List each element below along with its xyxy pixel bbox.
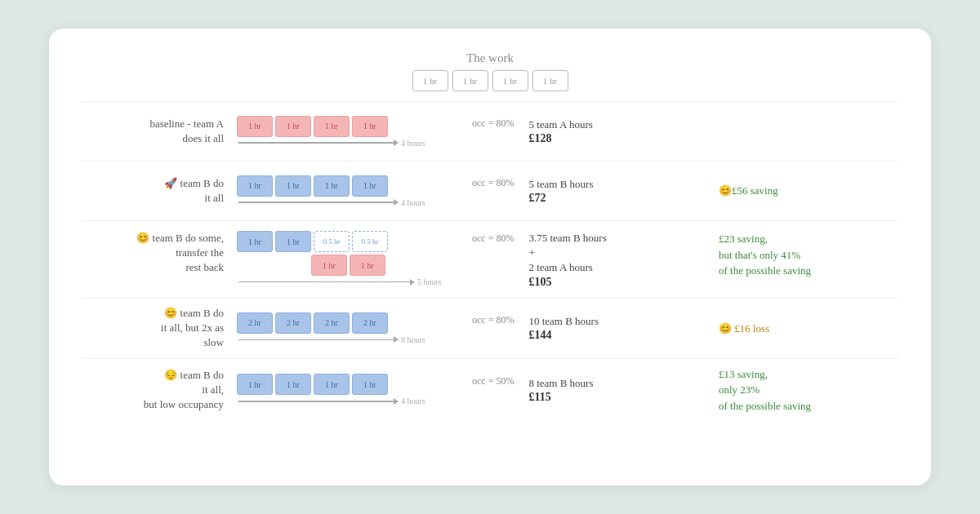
arrow-baseline: 4 hours bbox=[238, 139, 425, 148]
arrow-line-baseline bbox=[238, 142, 394, 144]
blocks-teamb-some-row1: 1 hr 1 hr 0.5 hr 0.5 hr bbox=[237, 231, 388, 252]
blocks-teamb-2x: 2 hr 2 hr 2 hr 2 hr bbox=[237, 312, 388, 334]
occ-teamb-lowocc: occ = 50% bbox=[472, 374, 514, 388]
block-blue-2hr-4: 2 hr bbox=[352, 312, 388, 334]
occ-baseline: occ = 80% bbox=[472, 116, 514, 130]
result-baseline: 5 team A hours £128 bbox=[514, 117, 710, 145]
block-red-4: 1 hr bbox=[352, 116, 388, 137]
occ-teamb-all: occ = 80% bbox=[472, 175, 514, 189]
scenario-row-teamb-all: 🚀 team B do it all 1 hr 1 hr 1 hr 1 hr 4… bbox=[82, 163, 898, 219]
work-blocks-row: 1 hr 1 hr 1 hr 1 hr bbox=[412, 70, 568, 91]
work-block-2: 1 hr bbox=[452, 70, 488, 91]
arrow-teamb-some: 5 hours bbox=[238, 277, 442, 286]
result-cost-baseline: £128 bbox=[528, 132, 710, 145]
arrow-label-teamb-all: 4 hours bbox=[401, 198, 425, 207]
scenario-label-teamb-lowocc: 😔 team B do it all, but low occupancy bbox=[82, 368, 237, 413]
block-blue-1: 1 hr bbox=[237, 175, 273, 197]
block-blue-lowocc-3: 1 hr bbox=[314, 374, 350, 395]
result-teamb-lowocc: 8 team B hours £115 bbox=[514, 376, 710, 404]
diagram-area-teamb-all: 1 hr 1 hr 1 hr 1 hr 4 hours bbox=[237, 175, 466, 207]
block-blue-2hr-3: 2 hr bbox=[314, 312, 350, 334]
block-blue-some-2: 1 hr bbox=[275, 231, 311, 252]
result-teamb-some: 3.75 team B hours + 2 team A hours £105 bbox=[514, 231, 710, 289]
arrow-line-teamb-lowocc bbox=[238, 401, 394, 402]
arrow-head-teamb-some bbox=[410, 279, 415, 286]
arrow-head-teamb-lowocc bbox=[394, 398, 399, 405]
divider-1 bbox=[82, 161, 898, 162]
scenario-label-teamb-all: 🚀 team B do it all bbox=[82, 176, 237, 206]
block-blue-2hr-1: 2 hr bbox=[237, 312, 273, 334]
result-hours-teamb-2x: 10 team B hours bbox=[528, 314, 710, 329]
block-blue-lowocc-1: 1 hr bbox=[237, 374, 273, 395]
arrow-head-baseline bbox=[394, 140, 399, 146]
loss-text-teamb-2x: 😊 £16 loss bbox=[719, 321, 769, 337]
block-red-some-1: 1 hr bbox=[311, 255, 347, 276]
saving-teamb-some: £23 saving, but that's only 41% of the p… bbox=[710, 231, 898, 279]
blocks-teamb-all: 1 hr 1 hr 1 hr 1 hr bbox=[237, 175, 388, 197]
scenario-row-baseline: baseline - team A does it all 1 hr 1 hr … bbox=[82, 104, 898, 159]
diagram-teamb-2x: 2 hr 2 hr 2 hr 2 hr 8 hours occ = 80% bbox=[237, 312, 514, 344]
block-blue-lowocc-2: 1 hr bbox=[275, 374, 311, 395]
saving-text-teamb-all: 😊£56 saving bbox=[719, 183, 778, 199]
work-block-3: 1 hr bbox=[492, 70, 528, 91]
main-card: The work 1 hr 1 hr 1 hr 1 hr baseline - … bbox=[49, 29, 931, 485]
block-red-2: 1 hr bbox=[275, 116, 311, 137]
scenario-label-teamb-some: 😊 team B do some, transfer the rest back bbox=[82, 231, 237, 276]
work-block-4: 1 hr bbox=[532, 70, 568, 91]
block-blue-3: 1 hr bbox=[314, 175, 350, 197]
the-work-label: The work bbox=[466, 51, 514, 65]
result-hours-baseline: 5 team A hours bbox=[528, 117, 710, 132]
result-teamb-all: 5 team B hours £72 bbox=[514, 177, 710, 205]
result-hours-teamb-lowocc: 8 team B hours bbox=[528, 376, 710, 391]
block-blue-lowocc-4: 1 hr bbox=[352, 374, 388, 395]
diagram-area-teamb-2x: 2 hr 2 hr 2 hr 2 hr 8 hours bbox=[237, 312, 466, 344]
scenario-row-teamb-lowocc: 😔 team B do it all, but low occupancy 1 … bbox=[82, 361, 898, 420]
block-red-3: 1 hr bbox=[314, 116, 350, 137]
arrow-teamb-2x: 8 hours bbox=[238, 335, 425, 344]
result-cost-teamb-some: £105 bbox=[528, 276, 710, 289]
arrow-head-teamb-all bbox=[394, 199, 399, 206]
scenario-row-teamb-2x: 😊 team B do it all, but 2x as slow 2 hr … bbox=[82, 300, 898, 357]
scenario-label-teamb-2x: 😊 team B do it all, but 2x as slow bbox=[82, 306, 237, 351]
block-red-1: 1 hr bbox=[237, 116, 273, 137]
result-teamb-2x: 10 team B hours £144 bbox=[514, 314, 710, 342]
arrow-line-teamb-all bbox=[238, 202, 394, 203]
result-hours-teamb-all: 5 team B hours bbox=[528, 177, 710, 192]
arrow-label-teamb-lowocc: 4 hours bbox=[401, 397, 425, 405]
saving-text-teamb-some: £23 saving, but that's only 41% of the p… bbox=[719, 231, 811, 279]
block-blue-2: 1 hr bbox=[275, 175, 311, 197]
occ-teamb-2x: occ = 80% bbox=[472, 312, 514, 326]
block-blue-4: 1 hr bbox=[352, 175, 388, 197]
top-section: The work 1 hr 1 hr 1 hr 1 hr bbox=[82, 51, 898, 91]
divider-3 bbox=[82, 298, 898, 299]
arrow-head-teamb-2x bbox=[394, 336, 399, 343]
diagram-area-teamb-some: 1 hr 1 hr 0.5 hr 0.5 hr 1 hr 1 hr 5 hour… bbox=[237, 231, 466, 286]
block-blue-dashed-2: 0.5 hr bbox=[352, 231, 388, 252]
arrow-line-teamb-some bbox=[238, 281, 410, 283]
diagram-teamb-some: 1 hr 1 hr 0.5 hr 0.5 hr 1 hr 1 hr 5 hour… bbox=[237, 231, 514, 286]
divider-top bbox=[82, 101, 898, 102]
saving-teamb-lowocc: £13 saving, only 23% of the possible sav… bbox=[710, 366, 898, 414]
occ-teamb-some: occ = 80% bbox=[472, 231, 514, 245]
block-red-some-2: 1 hr bbox=[350, 255, 385, 276]
saving-text-teamb-lowocc: £13 saving, only 23% of the possible sav… bbox=[719, 366, 811, 414]
arrow-label-baseline: 4 hours bbox=[401, 139, 425, 148]
divider-4 bbox=[82, 358, 898, 359]
arrow-teamb-lowocc: 4 hours bbox=[238, 397, 425, 405]
scenario-row-teamb-some: 😊 team B do some, transfer the rest back… bbox=[82, 223, 898, 296]
result-cost-teamb-lowocc: £115 bbox=[528, 391, 710, 404]
result-hours-teamb-some: 3.75 team B hours + 2 team A hours bbox=[528, 231, 710, 276]
diagram-area-baseline: 1 hr 1 hr 1 hr 1 hr 4 hours bbox=[237, 116, 466, 148]
saving-teamb-2x: 😊 £16 loss bbox=[710, 321, 898, 337]
diagram-teamb-all: 1 hr 1 hr 1 hr 1 hr 4 hours occ = 80% bbox=[237, 175, 514, 207]
arrow-label-teamb-2x: 8 hours bbox=[401, 335, 425, 344]
block-blue-dashed-1: 0.5 hr bbox=[314, 231, 350, 252]
blocks-teamb-lowocc: 1 hr 1 hr 1 hr 1 hr bbox=[237, 374, 388, 395]
blocks-baseline: 1 hr 1 hr 1 hr 1 hr bbox=[237, 116, 388, 137]
saving-teamb-all: 😊£56 saving bbox=[710, 183, 898, 199]
result-cost-teamb-2x: £144 bbox=[528, 329, 710, 342]
work-block-1: 1 hr bbox=[412, 70, 448, 91]
block-blue-some-1: 1 hr bbox=[237, 231, 273, 252]
arrow-label-teamb-some: 5 hours bbox=[417, 277, 442, 286]
diagram-teamb-lowocc: 1 hr 1 hr 1 hr 1 hr 4 hours occ = 50% bbox=[237, 374, 514, 405]
